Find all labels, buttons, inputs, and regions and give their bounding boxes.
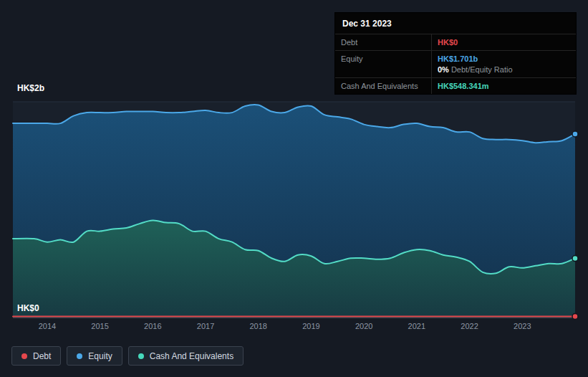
equity-series-dot-icon [77, 353, 82, 359]
legend-label-equity: Equity [88, 351, 112, 361]
x-tick-label: 2018 [249, 322, 266, 330]
legend-item-cash[interactable]: Cash And Equivalents [128, 346, 244, 366]
legend: Debt Equity Cash And Equivalents [11, 346, 244, 366]
x-tick-label: 2021 [408, 322, 425, 330]
x-tick-label: 2023 [514, 322, 531, 330]
legend-label-debt: Debt [33, 351, 51, 361]
x-tick-label: 2017 [197, 322, 214, 330]
tooltip: Dec 31 2023 Debt HK$0 Equity HK$1.701b 0… [334, 12, 577, 95]
tooltip-ratio-percent: 0% [438, 65, 449, 74]
cash-series-dot-icon [138, 353, 144, 359]
legend-item-debt[interactable]: Debt [11, 346, 61, 366]
tooltip-row-debt: Debt HK$0 [335, 34, 576, 50]
tooltip-row-cash: Cash And Equivalents HK$548.341m [335, 77, 576, 94]
debt-series-dot-icon [21, 353, 27, 359]
tooltip-debt-equity-ratio: 0%Debt/Equity Ratio [438, 65, 570, 74]
tooltip-debt-value: HK$0 [431, 34, 576, 50]
tooltip-cash-label: Cash And Equivalents [335, 78, 431, 94]
x-tick-label: 2019 [302, 322, 319, 330]
legend-label-cash: Cash And Equivalents [150, 351, 233, 361]
tooltip-debt-label: Debt [335, 34, 431, 50]
x-tick-label: 2015 [91, 322, 108, 330]
y-axis-label-bottom: HK$0 [17, 303, 39, 313]
tooltip-equity-value: HK$1.701b [438, 54, 570, 63]
tooltip-ratio-text: Debt/Equity Ratio [451, 65, 513, 74]
tooltip-row-equity: Equity HK$1.701b 0%Debt/Equity Ratio [335, 50, 576, 77]
tooltip-equity-value-cell: HK$1.701b 0%Debt/Equity Ratio [431, 51, 576, 77]
tooltip-cash-value: HK$548.341m [431, 78, 576, 94]
tooltip-date: Dec 31 2023 [335, 13, 576, 34]
x-tick-label: 2016 [144, 322, 161, 330]
x-tick-label: 2014 [39, 322, 56, 330]
tooltip-equity-label: Equity [335, 51, 431, 77]
x-tick-label: 2020 [355, 322, 372, 330]
y-axis-label-top: HK$2b [17, 83, 44, 93]
legend-item-equity[interactable]: Equity [67, 346, 122, 366]
debt-equity-history-chart: Dec 31 2023 Debt HK$0 Equity HK$1.701b 0… [0, 0, 588, 377]
x-tick-label: 2022 [461, 322, 478, 330]
x-axis: 2014201520162017201820192020202120222023 [13, 322, 575, 333]
chart-svg[interactable] [13, 92, 575, 320]
